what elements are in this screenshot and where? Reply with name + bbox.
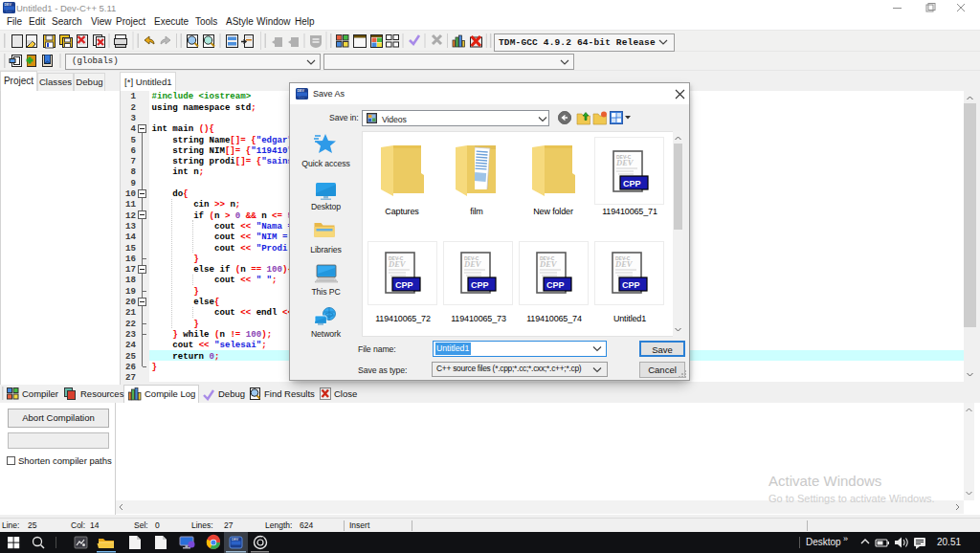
- svg-text:C++: C++: [299, 96, 304, 100]
- svg-text:DEV: DEV: [298, 89, 305, 93]
- svg-text:C++: C++: [6, 10, 11, 13]
- svg-text:DEV: DEV: [5, 3, 12, 7]
- svg-text:DEV: DEV: [232, 538, 239, 542]
- svg-text:DEV: DEV: [615, 158, 635, 167]
- svg-text:CPP: CPP: [623, 179, 641, 188]
